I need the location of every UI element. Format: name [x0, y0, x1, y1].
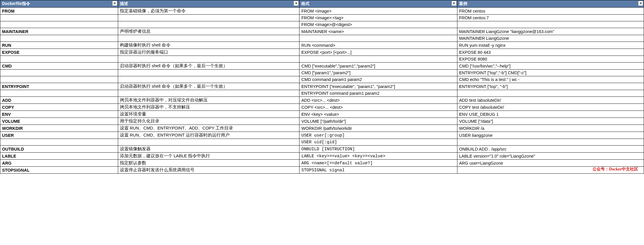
cell-example: RUN yum install -y nginx	[457, 42, 644, 49]
cell-instruction: COPY	[0, 104, 118, 111]
cell-example: LABLE version="1.0" role="LiangGzone"	[457, 153, 644, 160]
col-header-format[interactable]: 格式	[299, 0, 457, 8]
cell-description: 指定容器运行的服务端口	[118, 49, 299, 56]
cell-example: ENV USE_DEBUG 1	[457, 111, 644, 118]
table-row: VOLUME用于指定持久化目录VOLUME ["/path/to/dir"]VO…	[0, 118, 644, 125]
cell-example: MAINTAINER LiangGzone	[457, 35, 644, 42]
cell-instruction: STOPSIGNAL	[0, 167, 118, 174]
table-row: STOPSIGNAL设置停止容器时发送什么系统调用信号STOPSIGNAL si…	[0, 167, 644, 174]
table-row: USER uid[:gid]	[0, 139, 644, 146]
cell-description: 指定基础镜像，必须为第一个命令	[118, 8, 299, 15]
cell-example: ENTRYPOINT ["top","-b"] CMD["-c"]	[457, 70, 644, 76]
col-header-instruction[interactable]: Dockerfile指令	[0, 0, 118, 8]
cell-example: ONBUILD ADD . /app/src	[457, 146, 644, 153]
cell-format: ENTRYPOINT ["executable", "param1", "par…	[299, 83, 457, 90]
cell-instruction: CMD	[0, 63, 118, 70]
table-row: RUN构建镜像时执行 shell 命令RUN <command>RUN yum …	[0, 42, 644, 49]
cell-description	[118, 139, 299, 146]
cell-instruction: ADD	[0, 97, 118, 104]
cell-description: 构建镜像时执行 shell 命令	[118, 42, 299, 49]
cell-description	[118, 90, 299, 97]
cell-format: ONBUILD [INSTRUCTION]	[299, 146, 457, 153]
table-row: ARG指定默认参数ARG <name>[=<default value?]ARG…	[0, 160, 644, 167]
cell-format: RUN <command>	[299, 42, 457, 49]
cell-format	[299, 35, 457, 42]
cell-format	[299, 56, 457, 63]
cell-format: STOPSIGNAL signal	[299, 167, 457, 174]
cell-instruction: USER	[0, 132, 118, 139]
cell-instruction: OUTBUILD	[0, 146, 118, 153]
cell-example: USER lianggzone	[457, 132, 644, 139]
cell-description	[118, 76, 299, 83]
cell-instruction: RUN	[0, 42, 118, 49]
col-header-description[interactable]: 描述	[118, 0, 299, 8]
cell-format: FROM <image>@<digest>	[299, 21, 457, 28]
cell-format: EXPOSE <port> [<port>...]	[299, 49, 457, 56]
filter-dropdown-icon[interactable]	[452, 1, 457, 6]
cell-instruction	[0, 139, 118, 146]
cell-example	[457, 167, 644, 174]
cell-description: 设置镜像触发器	[118, 146, 299, 153]
cell-format: ARG <name>[=<default value?]	[299, 160, 457, 167]
cell-description: 设置停止容器时发送什么系统调用信号	[118, 167, 299, 174]
filter-dropdown-icon[interactable]	[112, 1, 117, 6]
cell-format: USER uid[:gid]	[299, 139, 457, 146]
cell-format: USER user[:group]	[299, 132, 457, 139]
cell-example	[457, 21, 644, 28]
cell-instruction: ENTRYPOINT	[0, 83, 118, 90]
table-row: OUTBUILD设置镜像触发器ONBUILD [INSTRUCTION]ONBU…	[0, 146, 644, 153]
table-row: ENTRYPOINT command param1 param2	[0, 90, 644, 97]
table-header-row: Dockerfile指令 描述 格式 案例	[0, 0, 644, 8]
cell-description: 声明维护者信息	[118, 28, 299, 35]
cell-instruction: LABLE	[0, 153, 118, 160]
cell-format: ENTRYPOINT command param1 param2	[299, 90, 457, 97]
cell-example: FROM centos:7	[457, 15, 644, 21]
header-label: 描述	[120, 1, 128, 6]
cell-instruction: WORKDIR	[0, 125, 118, 132]
table-row: FROM <image>:<tag>FROM centos:7	[0, 15, 644, 21]
cell-description: 设置 RUN、CMD、ENTRYPOINT、ADD、COPY 工作目录	[118, 125, 299, 132]
cell-description: 启动容器时执行 shell 命令（如果多个，最后一个生效）	[118, 83, 299, 90]
filter-dropdown-icon[interactable]	[638, 1, 643, 6]
table-row: FROM <image>@<digest>	[0, 21, 644, 28]
table-row: USER设置 RUN、CMD、ENTRYPOINT 运行容器时的运行用户USER…	[0, 132, 644, 139]
cell-description: 指定默认参数	[118, 160, 299, 167]
table-row: CMD command param1 param2CMD echo "This …	[0, 76, 644, 83]
table-row: CMD启动容器时执行 shell 命令（如果多个，最后一个生效）CMD ["ex…	[0, 63, 644, 70]
table-row: CMD ["param1","param2"]ENTRYPOINT ["top"…	[0, 70, 644, 76]
cell-example: ENTRYPOINT ["top", "-b"]	[457, 83, 644, 90]
cell-instruction	[0, 21, 118, 28]
filter-dropdown-icon[interactable]	[294, 1, 299, 6]
cell-format: MAINTAINER <name>	[299, 28, 457, 35]
cell-format: FROM <image>:<tag>	[299, 15, 457, 21]
cell-example: FROM centos	[457, 8, 644, 15]
col-header-example[interactable]: 案例	[457, 0, 644, 8]
table-row: EXPOSE 8080	[0, 56, 644, 63]
cell-format: COPY <src>... <dest>	[299, 104, 457, 111]
cell-example	[457, 90, 644, 97]
cell-format: VOLUME ["/path/to/dir"]	[299, 118, 457, 125]
cell-example: CMD echo "This is a test." | wc -	[457, 76, 644, 83]
cell-description	[118, 35, 299, 42]
dockerfile-reference-table: Dockerfile指令 描述 格式 案例 FROM指定基础镜像，必须为第一个命…	[0, 0, 644, 174]
cell-description: 用于指定持久化目录	[118, 118, 299, 125]
cell-example: ARG user=LiangGzone	[457, 160, 644, 167]
cell-instruction: MAINTAINER	[0, 28, 118, 35]
header-label: Dockerfile指令	[2, 1, 30, 6]
table-row: FROM指定基础镜像，必须为第一个命令FROM <image>FROM cent…	[0, 8, 644, 15]
cell-example: COPY test /absoluteDir/	[457, 104, 644, 111]
cell-instruction	[0, 90, 118, 97]
cell-instruction: FROM	[0, 8, 118, 15]
cell-format: WORKDIR /path/to/workdir	[299, 125, 457, 132]
cell-format: CMD command param1 param2	[299, 76, 457, 83]
cell-example: VOLUME ["/data"]	[457, 118, 644, 125]
cell-instruction: EXPOSE	[0, 49, 118, 56]
cell-example: CMD ["/usr/bin/wc","--help"]	[457, 63, 644, 70]
cell-description: 设置环境变量	[118, 111, 299, 118]
header-label: 案例	[459, 1, 467, 6]
cell-description: 拷贝本地文件到容器中，对压缩文件自动解压	[118, 97, 299, 104]
cell-instruction	[0, 15, 118, 21]
table-row: MAINTAINER LiangGzone	[0, 35, 644, 42]
cell-description: 拷贝本地文件到容器中，不支持解压	[118, 104, 299, 111]
table-row: ENTRYPOINT启动容器时执行 shell 命令（如果多个，最后一个生效）E…	[0, 83, 644, 90]
